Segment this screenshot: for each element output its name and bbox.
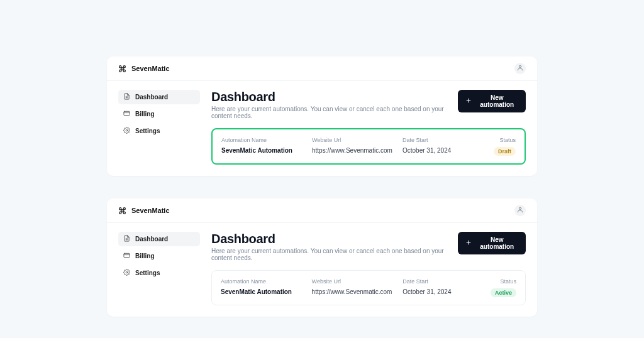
svg-point-0 (519, 65, 521, 67)
col-label: Status (486, 278, 516, 285)
main-header: Dashboard Here are your current automati… (211, 90, 526, 119)
col-date: Date Start October 31, 2024 (402, 137, 478, 155)
sidebar-item-label: Billing (135, 111, 155, 117)
col-name: Automation Name SevenMatic Automation (221, 278, 304, 296)
automation-row[interactable]: Automation Name SevenMatic Automation We… (211, 128, 526, 165)
user-icon (517, 64, 523, 73)
title-block: Dashboard Here are your current automati… (211, 90, 458, 119)
sidebar-item-dashboard[interactable]: Dashboard (118, 90, 200, 104)
file-icon (123, 235, 130, 243)
body-row: Dashboard Billing Settings Dashboard Her… (107, 81, 537, 176)
file-icon (123, 93, 130, 101)
main-header: Dashboard Here are your current automati… (211, 232, 526, 261)
brand: SevenMatic (118, 207, 170, 215)
sidebar-item-settings[interactable]: Settings (118, 266, 200, 280)
brand: SevenMatic (118, 65, 170, 73)
status-badge: Draft (494, 147, 516, 156)
sidebar-item-label: Settings (135, 128, 160, 134)
col-label: Automation Name (221, 137, 304, 143)
page-subtitle: Here are your current automations. You c… (211, 248, 458, 261)
sidebar-item-dashboard[interactable]: Dashboard (118, 232, 200, 246)
plus-icon (465, 97, 472, 105)
sidebar-item-label: Billing (135, 253, 155, 259)
col-url: Website Url https://www.Sevenmatic.com (312, 137, 395, 155)
page-subtitle: Here are your current automations. You c… (211, 106, 458, 119)
main-content: Dashboard Here are your current automati… (211, 90, 526, 165)
button-label: New automation (475, 94, 518, 108)
main-content: Dashboard Here are your current automati… (211, 232, 526, 305)
sidebar-item-settings[interactable]: Settings (118, 124, 200, 138)
col-value: https://www.Sevenmatic.com (312, 147, 392, 154)
status-badge: Active (491, 288, 516, 297)
command-icon (118, 65, 126, 73)
brand-name: SevenMatic (131, 65, 170, 72)
plus-icon (465, 239, 472, 247)
sidebar-item-label: Dashboard (135, 236, 168, 243)
body-row: Dashboard Billing Settings Dashboard Her… (107, 223, 537, 317)
new-automation-button[interactable]: New automation (458, 232, 526, 254)
gear-icon (123, 269, 130, 277)
app-card-active: SevenMatic Dashboard Billing (107, 199, 537, 317)
sidebar-item-billing[interactable]: Billing (118, 107, 200, 121)
button-label: New automation (475, 236, 518, 250)
brand-name: SevenMatic (131, 207, 170, 214)
svg-rect-3 (124, 111, 130, 115)
command-icon (118, 207, 126, 215)
gear-icon (123, 127, 130, 135)
credit-card-icon (123, 110, 130, 118)
col-value: https://www.Sevenmatic.com (312, 288, 392, 295)
svg-point-8 (519, 207, 521, 209)
col-label: Website Url (312, 137, 395, 143)
svg-rect-11 (124, 253, 130, 257)
credit-card-icon (123, 252, 130, 260)
col-status: Status Active (486, 278, 516, 297)
sidebar: Dashboard Billing Settings (118, 232, 200, 280)
user-avatar[interactable] (514, 205, 526, 216)
col-status: Status Draft (486, 137, 516, 156)
col-label: Status (486, 137, 516, 143)
col-name: Automation Name SevenMatic Automation (221, 137, 304, 155)
topbar: SevenMatic (107, 57, 537, 81)
col-label: Automation Name (221, 278, 304, 285)
sidebar-item-label: Dashboard (135, 94, 168, 101)
page-title: Dashboard (211, 90, 458, 104)
col-label: Date Start (402, 278, 479, 285)
title-block: Dashboard Here are your current automati… (211, 232, 458, 261)
sidebar-item-label: Settings (135, 270, 160, 276)
topbar: SevenMatic (107, 199, 537, 223)
svg-point-5 (126, 129, 128, 131)
sidebar: Dashboard Billing Settings (118, 90, 200, 138)
app-card-draft: SevenMatic Dashboard Billing (107, 57, 537, 176)
col-label: Date Start (402, 137, 478, 143)
automation-row[interactable]: Automation Name SevenMatic Automation We… (211, 270, 526, 305)
col-value: October 31, 2024 (402, 288, 451, 295)
col-label: Website Url (312, 278, 396, 285)
col-value: October 31, 2024 (402, 147, 451, 154)
sidebar-item-billing[interactable]: Billing (118, 249, 200, 263)
user-icon (517, 206, 523, 215)
page-title: Dashboard (211, 232, 458, 246)
col-value: SevenMatic Automation (221, 147, 292, 154)
col-url: Website Url https://www.Sevenmatic.com (312, 278, 396, 296)
new-automation-button[interactable]: New automation (458, 90, 526, 112)
col-value: SevenMatic Automation (221, 288, 292, 295)
user-avatar[interactable] (514, 63, 526, 74)
col-date: Date Start October 31, 2024 (402, 278, 479, 296)
svg-point-13 (126, 271, 128, 273)
